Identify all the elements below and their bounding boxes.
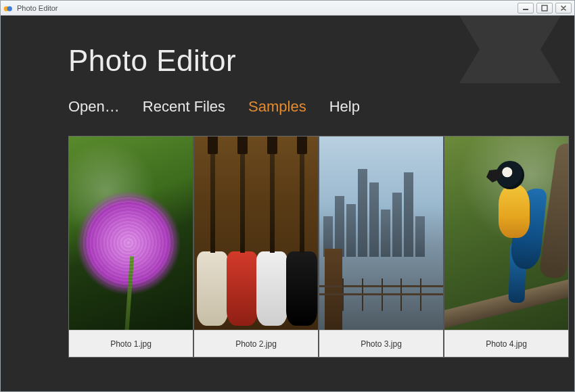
tab-help[interactable]: Help (329, 98, 360, 116)
app-window: Photo Editor Photo Editor Open… Recent F… (0, 0, 575, 392)
sample-thumbnail (194, 137, 318, 330)
minimize-button[interactable] (518, 3, 534, 14)
samples-gallery: Photo 1.jpg Photo 2.jpg (68, 136, 569, 358)
window-controls (518, 3, 572, 14)
close-button[interactable] (555, 3, 572, 14)
sample-filename: Photo 2.jpg (194, 330, 318, 357)
tab-open[interactable]: Open… (68, 98, 120, 116)
titlebar: Photo Editor (1, 1, 574, 16)
sample-filename: Photo 1.jpg (69, 330, 193, 357)
sample-card[interactable]: Photo 4.jpg (444, 137, 568, 357)
sample-filename: Photo 4.jpg (444, 330, 568, 357)
content-area: Photo Editor Open… Recent Files Samples … (1, 16, 574, 391)
sample-card[interactable]: Photo 1.jpg (69, 137, 194, 357)
svg-marker-4 (459, 16, 561, 83)
svg-point-1 (7, 6, 12, 11)
sample-card[interactable]: Photo 2.jpg (194, 137, 319, 357)
svg-rect-2 (523, 9, 528, 10)
sample-filename: Photo 3.jpg (319, 330, 443, 357)
svg-rect-3 (542, 5, 547, 11)
welcome-tabs: Open… Recent Files Samples Help (68, 98, 360, 116)
watermark-graphic (432, 16, 574, 103)
sample-card[interactable]: Photo 3.jpg (319, 137, 444, 357)
maximize-button[interactable] (536, 3, 553, 14)
app-icon (3, 3, 13, 13)
sample-thumbnail (444, 137, 568, 330)
tab-recent-files[interactable]: Recent Files (143, 98, 225, 116)
tab-samples[interactable]: Samples (248, 98, 306, 116)
sample-thumbnail (319, 137, 443, 330)
page-title: Photo Editor (68, 44, 236, 78)
window-title: Photo Editor (17, 4, 58, 12)
sample-thumbnail (69, 137, 193, 330)
